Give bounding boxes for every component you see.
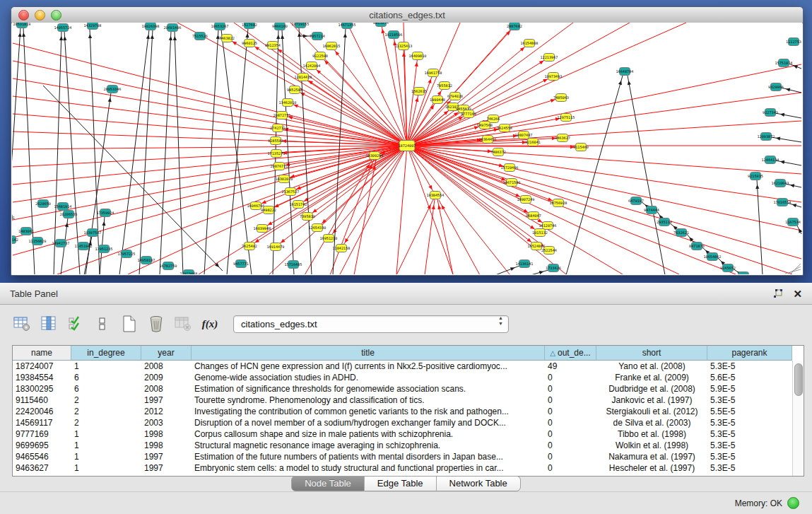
network-canvas[interactable]: 1686281591225081424200412814428985258413… xyxy=(12,23,802,274)
column-header-year[interactable]: year xyxy=(141,346,192,361)
graph-node-label: 16039948 xyxy=(254,226,271,230)
scrollbar-thumb[interactable] xyxy=(794,363,803,396)
table-row[interactable]: 1938455462009Genome-wide association stu… xyxy=(13,372,804,383)
cell: de Silva et al. (2003) xyxy=(596,417,707,428)
tab-edge-table[interactable]: Edge Table xyxy=(365,476,437,491)
cell: Investigating the contribution of common… xyxy=(192,406,545,417)
graph-node-label: 2935114 xyxy=(657,220,672,224)
cell: Changes of HCN gene expression and I(f) … xyxy=(192,361,545,372)
cell: 2 xyxy=(71,406,141,417)
graph-node-label: 16914479 xyxy=(267,245,285,249)
close-panel-icon[interactable]: ✕ xyxy=(793,288,802,299)
graph-node-label: 2316801 xyxy=(12,216,15,220)
column-header-pagerank[interactable]: pagerank xyxy=(707,346,792,361)
graph-node-label: 6479197 xyxy=(628,199,644,203)
table-settings-icon[interactable] xyxy=(13,315,31,333)
graph-node-label: 14958187 xyxy=(138,258,155,262)
table-vertical-scrollbar[interactable] xyxy=(792,361,804,476)
dropdown-stepper-icon: ▲▼ xyxy=(498,318,503,329)
graph-node-label: 17016514 xyxy=(774,200,792,204)
table-row[interactable]: 946554611997Estimation of the future num… xyxy=(13,451,804,462)
table-selector-dropdown[interactable]: citations_edges.txt ▲▼ xyxy=(233,315,509,333)
graph-node-label: 9329966 xyxy=(768,85,784,89)
column-label: title xyxy=(361,348,375,358)
graph-node-label: 20691406 xyxy=(164,25,182,30)
table-row[interactable]: 946362711997Embryonic stem cells: a mode… xyxy=(13,462,804,474)
graph-node-label: 1167534 xyxy=(785,220,801,224)
column-header-short[interactable]: short xyxy=(596,346,707,361)
graph-node-label: 11156829 xyxy=(29,239,47,243)
tab-network-table[interactable]: Network Table xyxy=(437,476,521,491)
new-document-icon[interactable] xyxy=(120,315,139,333)
graph-node-label: 1990448 xyxy=(430,98,445,102)
cell: 1 xyxy=(71,361,141,372)
table-row[interactable]: 2242004622012Investigating the contribut… xyxy=(13,406,804,417)
cell: 5.3E-5 xyxy=(707,440,792,451)
graph-node-label: 2620650 xyxy=(35,201,51,206)
graph-node-label: 12093872 xyxy=(758,134,775,139)
cell: 0 xyxy=(545,406,596,417)
cell: 1998 xyxy=(141,428,192,440)
table-row[interactable]: 911546021997Tourette syndrome. Phenomeno… xyxy=(13,395,804,406)
table-row[interactable]: 1830029562008Estimation of significance … xyxy=(13,383,804,395)
graph-node-label: 16120746 xyxy=(539,223,557,228)
graph-node-label: 11325413 xyxy=(395,44,413,48)
citation-graph[interactable]: 1686281591225081424200412814428985258413… xyxy=(12,23,802,274)
cell: 5.3E-5 xyxy=(707,451,792,462)
cell: 1 xyxy=(71,440,141,451)
function-icon[interactable]: f(x) xyxy=(201,315,219,333)
delete-table-icon[interactable] xyxy=(174,315,192,333)
cell: 18724007 xyxy=(13,361,71,372)
table-panel-header: Table Panel ✕ xyxy=(0,283,812,305)
row-height-icon[interactable] xyxy=(93,315,112,333)
graph-node-label: 7486372 xyxy=(490,150,506,154)
graph-node-label: 9684067 xyxy=(526,214,541,218)
cell: 0 xyxy=(545,440,596,451)
cell: 2008 xyxy=(141,361,192,372)
select-column-icon[interactable] xyxy=(40,315,58,333)
cell: 0 xyxy=(545,428,596,440)
graph-node-label: 28053346 xyxy=(104,87,122,91)
table-row[interactable]: 1872400712008Changes of HCN gene express… xyxy=(13,361,804,372)
float-panel-icon[interactable] xyxy=(773,289,783,298)
delete-trash-icon[interactable] xyxy=(147,315,165,333)
cell: 9115460 xyxy=(13,395,71,406)
graph-node-label: 1527602 xyxy=(242,23,257,27)
graph-node-label: 21367527 xyxy=(282,189,300,194)
table-row[interactable]: 977716911998Corpus callosum shape and si… xyxy=(13,428,804,440)
cell: 5.3E-5 xyxy=(707,428,792,440)
graph-node-label: 7857214 xyxy=(310,34,325,38)
memory-ok-indicator xyxy=(787,497,799,509)
graph-node-label: 10807487 xyxy=(515,133,533,137)
tab-node-table[interactable]: Node Table xyxy=(291,476,365,491)
graph-node-label: 14242004 xyxy=(303,64,321,68)
cell: Genome-wide association studies in ADHD. xyxy=(192,372,545,383)
graph-node-label: 8813074 xyxy=(373,23,389,25)
graph-node-label: 14329708 xyxy=(84,23,102,28)
column-header-in_degree[interactable]: in_degree xyxy=(71,346,141,361)
table-type-tabs: Node Table Edge Table Network Table xyxy=(0,476,812,491)
column-header-name[interactable]: name xyxy=(13,346,71,361)
graph-node-label: 15681914 xyxy=(54,204,72,209)
graph-node-label: 15716485 xyxy=(285,262,302,267)
cell: 2008 xyxy=(141,383,192,395)
cell: 0 xyxy=(545,451,596,462)
graph-node-label: 6794028 xyxy=(447,94,463,98)
graph-node-label: 8471876 xyxy=(689,244,705,248)
window-titlebar[interactable]: citations_edges.txt xyxy=(11,7,803,23)
graph-node-label: 9115460 xyxy=(573,145,589,149)
column-header-out_de[interactable]: △out_de... xyxy=(545,346,596,361)
cell: 18300295 xyxy=(13,383,71,395)
graph-node-label: 3624554 xyxy=(497,126,512,130)
table-row[interactable]: 969969511998Structural magnetic resonanc… xyxy=(13,440,804,451)
graph-node-label: 17359924 xyxy=(97,211,114,215)
column-header-title[interactable]: title xyxy=(192,346,545,361)
table-row[interactable]: 1456911722003Disruption of a novel membe… xyxy=(13,417,804,428)
select-all-check-icon[interactable] xyxy=(66,315,85,333)
graph-node-label: 10756928 xyxy=(550,201,567,205)
graph-node-label: 18907249 xyxy=(517,197,535,201)
table-header-row: namein_degreeyeartitle△out_de...shortpag… xyxy=(13,346,804,361)
cell: Dudbridge et al. (2008) xyxy=(596,383,707,395)
graph-node-label: 9960125 xyxy=(242,41,257,45)
graph-node-label: 6497568 xyxy=(477,123,493,127)
